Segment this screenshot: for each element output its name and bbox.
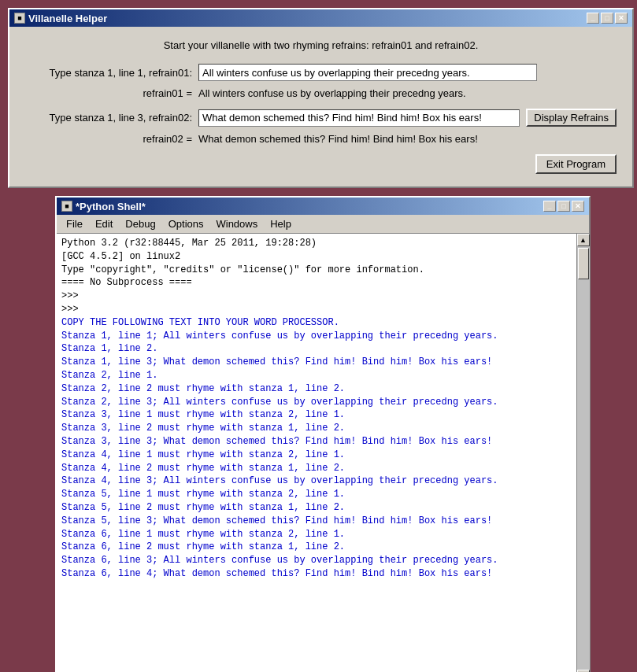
shell-line: Stanza 3, line 3; What demon schemed thi… <box>61 435 572 449</box>
python-titlebar-left: ■ *Python Shell* <box>61 201 146 212</box>
shell-line: Stanza 4, line 3; All winters confuse us… <box>61 474 572 488</box>
scrollbar-track <box>577 246 590 670</box>
scroll-up-button[interactable]: ▲ <box>577 234 590 246</box>
refrain01-row: refrain01 = All winters confuse us by ov… <box>25 87 617 99</box>
shell-line: Stanza 3, line 2 must rhyme with stanza … <box>61 422 572 435</box>
menu-item-help[interactable]: Help <box>264 216 298 231</box>
shell-line: Stanza 1, line 1; All winters confuse us… <box>61 330 572 343</box>
shell-line: Stanza 6, line 2 must rhyme with stanza … <box>61 541 572 554</box>
shell-line: Stanza 5, line 1 must rhyme with stanza … <box>61 488 572 501</box>
scrollbar[interactable]: ▲ ▼ <box>576 234 589 672</box>
menu-item-edit[interactable]: Edit <box>89 216 119 231</box>
stanza1-label: Type stanza 1, line 1, refrain01: <box>25 67 198 79</box>
python-text-area[interactable]: Python 3.2 (r32:88445, Mar 25 2011, 19:2… <box>57 234 576 672</box>
python-window: ■ *Python Shell* _ □ ✕ FileEditDebugOpti… <box>55 196 591 672</box>
menu-item-windows[interactable]: Windows <box>209 216 264 231</box>
exit-button[interactable]: Exit Program <box>535 154 617 174</box>
villanelle-title: Villanelle Helper <box>28 13 107 24</box>
menu-item-file[interactable]: File <box>60 216 89 231</box>
shell-line: Stanza 4, line 1 must rhyme with stanza … <box>61 449 572 462</box>
python-restore-button[interactable]: □ <box>557 201 570 212</box>
shell-line: Stanza 3, line 1 must rhyme with stanza … <box>61 408 572 422</box>
shell-line: Stanza 4, line 2 must rhyme with stanza … <box>61 462 572 475</box>
refrain01-value: All winters confuse us by overlapping th… <box>198 87 466 99</box>
refrain02-row: refrain02 = What demon schemed this? Fin… <box>25 133 617 145</box>
villanelle-window: ■ Villanelle Helper _ □ ✕ Start your vil… <box>8 8 634 188</box>
stanza3-input[interactable] <box>198 109 520 127</box>
shell-line: Stanza 6, line 4; What demon schemed thi… <box>61 567 572 581</box>
exit-row: Exit Program <box>25 154 617 174</box>
shell-line: Stanza 1, line 3; What demon schemed thi… <box>61 356 572 369</box>
restore-button[interactable]: □ <box>601 13 613 24</box>
stanza1-row: Type stanza 1, line 1, refrain01: <box>25 64 617 81</box>
stanza3-label: Type stanza 1, line 3, refrain02: <box>25 112 198 124</box>
shell-line: Stanza 5, line 3; What demon schemed thi… <box>61 515 572 528</box>
refrain02-label: refrain02 = <box>25 133 198 145</box>
shell-line: COPY THE FOLLOWING TEXT INTO YOUR WORD P… <box>61 316 572 330</box>
shell-line: Type "copyright", "credits" or "license(… <box>61 264 572 277</box>
shell-line: Stanza 6, line 3; All winters confuse us… <box>61 554 572 567</box>
shell-line: Stanza 5, line 2 must rhyme with stanza … <box>61 501 572 515</box>
villanelle-titlebar: ■ Villanelle Helper _ □ ✕ <box>9 9 632 27</box>
villanelle-content: Start your villanelle with two rhyming r… <box>9 27 632 186</box>
refrain02-value: What demon schemed this? Find him! Bind … <box>198 133 478 145</box>
close-button[interactable]: ✕ <box>615 13 628 24</box>
titlebar-buttons: _ □ ✕ <box>587 13 628 24</box>
shell-line: Python 3.2 (r32:88445, Mar 25 2011, 19:2… <box>61 237 572 250</box>
display-refrains-button[interactable]: Display Refrains <box>526 109 617 127</box>
menu-item-options[interactable]: Options <box>162 216 210 231</box>
shell-line: Stanza 2, line 3; All winters confuse us… <box>61 396 572 409</box>
shell-line: ==== No Subprocess ==== <box>61 276 572 290</box>
shell-line: Stanza 2, line 2 must rhyme with stanza … <box>61 382 572 396</box>
python-body: Python 3.2 (r32:88445, Mar 25 2011, 19:2… <box>57 234 589 672</box>
shell-line: Stanza 2, line 1. <box>61 369 572 382</box>
shell-line: Stanza 1, line 2. <box>61 342 572 356</box>
python-minimize-button[interactable]: _ <box>543 201 556 212</box>
python-menubar: FileEditDebugOptionsWindowsHelp <box>57 215 589 234</box>
scrollbar-thumb[interactable] <box>578 248 589 279</box>
python-close-button[interactable]: ✕ <box>572 201 584 212</box>
python-title: *Python Shell* <box>76 201 146 212</box>
python-titlebar-buttons: _ □ ✕ <box>543 201 584 212</box>
shell-line: Stanza 6, line 1 must rhyme with stanza … <box>61 528 572 541</box>
shell-line: >>> <box>61 303 572 316</box>
titlebar-left: ■ Villanelle Helper <box>14 13 107 24</box>
stanza1-input[interactable] <box>198 64 537 81</box>
refrain01-label: refrain01 = <box>25 87 198 99</box>
python-window-icon: ■ <box>61 201 72 212</box>
stanza3-row: Type stanza 1, line 3, refrain02: Displa… <box>25 109 617 127</box>
shell-line: [GCC 4.5.2] on linux2 <box>61 250 572 264</box>
shell-line: >>> <box>61 290 572 303</box>
python-titlebar: ■ *Python Shell* _ □ ✕ <box>57 198 589 215</box>
info-text: Start your villanelle with two rhyming r… <box>25 39 617 51</box>
menu-item-debug[interactable]: Debug <box>119 216 161 231</box>
window-icon: ■ <box>14 13 25 24</box>
minimize-button[interactable]: _ <box>587 13 599 24</box>
